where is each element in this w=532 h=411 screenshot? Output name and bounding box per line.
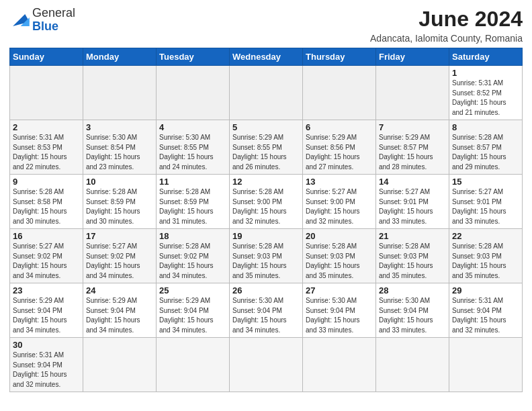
month-year-title: June 2024 [370,7,523,32]
day-number: 10 [86,177,153,187]
calendar-cell: 6Sunrise: 5:29 AM Sunset: 8:56 PM Daylig… [303,120,376,175]
calendar-cell [83,66,157,120]
calendar-cell: 13Sunrise: 5:27 AM Sunset: 9:00 PM Dayli… [303,175,376,229]
day-info: Sunrise: 5:28 AM Sunset: 8:59 PM Dayligh… [86,187,153,226]
calendar-cell: 18Sunrise: 5:28 AM Sunset: 9:02 PM Dayli… [157,229,230,283]
day-number: 22 [452,231,519,241]
calendar-cell: 24Sunrise: 5:29 AM Sunset: 9:04 PM Dayli… [83,283,157,338]
day-number: 4 [159,122,226,132]
calendar-cell: 27Sunrise: 5:30 AM Sunset: 9:04 PM Dayli… [303,283,376,338]
day-info: Sunrise: 5:30 AM Sunset: 9:04 PM Dayligh… [306,296,373,335]
calendar-cell: 19Sunrise: 5:28 AM Sunset: 9:03 PM Dayli… [230,229,303,283]
calendar-cell: 29Sunrise: 5:31 AM Sunset: 9:04 PM Dayli… [449,283,523,338]
day-info: Sunrise: 5:30 AM Sunset: 9:04 PM Dayligh… [232,296,300,335]
calendar-cell: 5Sunrise: 5:29 AM Sunset: 8:55 PM Daylig… [230,120,303,175]
day-number: 11 [159,177,226,187]
day-info: Sunrise: 5:29 AM Sunset: 9:04 PM Dayligh… [86,296,153,335]
day-info: Sunrise: 5:27 AM Sunset: 9:01 PM Dayligh… [452,187,519,226]
day-info: Sunrise: 5:28 AM Sunset: 9:03 PM Dayligh… [232,242,300,281]
day-number: 30 [13,340,80,350]
calendar-cell: 10Sunrise: 5:28 AM Sunset: 8:59 PM Dayli… [83,175,157,229]
calendar-cell: 8Sunrise: 5:28 AM Sunset: 8:57 PM Daylig… [449,120,523,175]
day-info: Sunrise: 5:31 AM Sunset: 8:53 PM Dayligh… [13,133,80,172]
weekday-header-wednesday: Wednesday [230,48,303,66]
calendar-cell: 1Sunrise: 5:31 AM Sunset: 8:52 PM Daylig… [449,66,523,120]
calendar-cell: 14Sunrise: 5:27 AM Sunset: 9:01 PM Dayli… [376,175,449,229]
header: General Blue June 2024 Adancata, Ialomit… [9,7,523,44]
calendar-cell: 15Sunrise: 5:27 AM Sunset: 9:01 PM Dayli… [449,175,523,229]
day-number: 9 [13,177,80,187]
day-number: 23 [13,285,80,295]
day-info: Sunrise: 5:28 AM Sunset: 8:57 PM Dayligh… [452,133,519,172]
calendar-week-row: 23Sunrise: 5:29 AM Sunset: 9:04 PM Dayli… [10,283,523,338]
day-info: Sunrise: 5:27 AM Sunset: 9:02 PM Dayligh… [13,242,80,281]
day-info: Sunrise: 5:30 AM Sunset: 8:54 PM Dayligh… [86,133,153,172]
logo-text: General Blue [32,7,75,34]
logo-general: General [32,6,75,19]
day-number: 2 [13,122,80,132]
calendar-cell [376,66,449,120]
day-number: 19 [232,231,300,241]
weekday-header-friday: Friday [376,48,449,66]
day-number: 17 [86,231,153,241]
day-info: Sunrise: 5:30 AM Sunset: 9:04 PM Dayligh… [379,296,446,335]
calendar-cell [83,338,157,392]
day-info: Sunrise: 5:28 AM Sunset: 9:02 PM Dayligh… [159,242,226,281]
day-info: Sunrise: 5:29 AM Sunset: 8:56 PM Dayligh… [306,133,373,172]
calendar-cell [376,338,449,392]
weekday-header-row: SundayMondayTuesdayWednesdayThursdayFrid… [10,48,523,66]
day-number: 14 [379,177,446,187]
calendar-week-row: 16Sunrise: 5:27 AM Sunset: 9:02 PM Dayli… [10,229,523,283]
calendar-week-row: 2Sunrise: 5:31 AM Sunset: 8:53 PM Daylig… [10,120,523,175]
day-info: Sunrise: 5:27 AM Sunset: 9:00 PM Dayligh… [306,187,373,226]
day-number: 28 [379,285,446,295]
calendar-cell: 12Sunrise: 5:28 AM Sunset: 9:00 PM Dayli… [230,175,303,229]
day-number: 24 [86,285,153,295]
weekday-header-thursday: Thursday [303,48,376,66]
day-number: 15 [452,177,519,187]
day-info: Sunrise: 5:28 AM Sunset: 9:03 PM Dayligh… [452,242,519,281]
calendar-cell [230,338,303,392]
calendar-cell: 21Sunrise: 5:28 AM Sunset: 9:03 PM Dayli… [376,229,449,283]
calendar-cell: 4Sunrise: 5:30 AM Sunset: 8:55 PM Daylig… [157,120,230,175]
logo-icon [9,11,30,30]
title-block: June 2024 Adancata, Ialomita County, Rom… [370,7,523,44]
weekday-header-sunday: Sunday [10,48,83,66]
day-info: Sunrise: 5:28 AM Sunset: 9:00 PM Dayligh… [232,187,300,226]
calendar-cell [10,66,83,120]
day-info: Sunrise: 5:31 AM Sunset: 8:52 PM Dayligh… [452,79,519,118]
calendar-cell [449,338,523,392]
day-number: 25 [159,285,226,295]
day-number: 8 [452,122,519,132]
day-info: Sunrise: 5:29 AM Sunset: 9:04 PM Dayligh… [159,296,226,335]
calendar-cell: 28Sunrise: 5:30 AM Sunset: 9:04 PM Dayli… [376,283,449,338]
day-info: Sunrise: 5:31 AM Sunset: 9:04 PM Dayligh… [452,296,519,335]
day-info: Sunrise: 5:30 AM Sunset: 8:55 PM Dayligh… [159,133,226,172]
calendar-cell: 2Sunrise: 5:31 AM Sunset: 8:53 PM Daylig… [10,120,83,175]
calendar-cell [157,66,230,120]
calendar-cell: 3Sunrise: 5:30 AM Sunset: 8:54 PM Daylig… [83,120,157,175]
calendar-cell: 23Sunrise: 5:29 AM Sunset: 9:04 PM Dayli… [10,283,83,338]
weekday-header-saturday: Saturday [449,48,523,66]
day-info: Sunrise: 5:29 AM Sunset: 8:55 PM Dayligh… [232,133,300,172]
calendar-cell [303,66,376,120]
calendar-cell: 9Sunrise: 5:28 AM Sunset: 8:58 PM Daylig… [10,175,83,229]
day-number: 27 [306,285,373,295]
day-number: 1 [452,68,519,78]
day-info: Sunrise: 5:28 AM Sunset: 8:59 PM Dayligh… [159,187,226,226]
day-number: 5 [232,122,300,132]
calendar-cell: 17Sunrise: 5:27 AM Sunset: 9:02 PM Dayli… [83,229,157,283]
calendar-cell [230,66,303,120]
day-info: Sunrise: 5:28 AM Sunset: 9:03 PM Dayligh… [306,242,373,281]
day-info: Sunrise: 5:29 AM Sunset: 8:57 PM Dayligh… [379,133,446,172]
calendar-week-row: 9Sunrise: 5:28 AM Sunset: 8:58 PM Daylig… [10,175,523,229]
logo: General Blue [9,7,75,34]
calendar-cell: 11Sunrise: 5:28 AM Sunset: 8:59 PM Dayli… [157,175,230,229]
day-number: 6 [306,122,373,132]
calendar-cell: 22Sunrise: 5:28 AM Sunset: 9:03 PM Dayli… [449,229,523,283]
calendar-cell: 16Sunrise: 5:27 AM Sunset: 9:02 PM Dayli… [10,229,83,283]
calendar-cell [157,338,230,392]
calendar-cell: 7Sunrise: 5:29 AM Sunset: 8:57 PM Daylig… [376,120,449,175]
day-info: Sunrise: 5:29 AM Sunset: 9:04 PM Dayligh… [13,296,80,335]
day-number: 12 [232,177,300,187]
